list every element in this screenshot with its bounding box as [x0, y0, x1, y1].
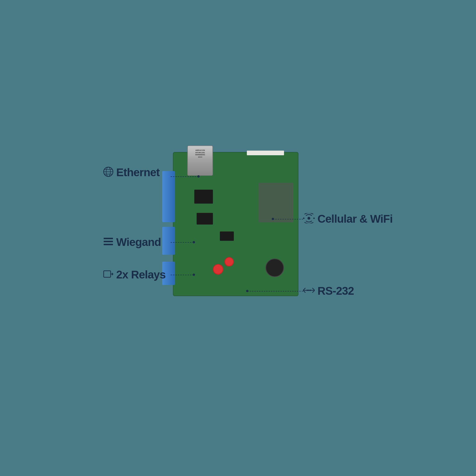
- cellular-wifi-label-group: Cellular & WiFi: [303, 212, 392, 225]
- svg-point-13: [306, 289, 308, 291]
- rs232-dashed-line: [247, 291, 303, 291]
- wiegand-label-group: Wiegand: [103, 236, 161, 248]
- ethernet-jack-label: ABRACON ARJM11B1 009NNEW2 2213: [189, 148, 211, 159]
- rs232-label-group: RS-232: [303, 285, 354, 297]
- wifi-cellular-module: [258, 183, 293, 222]
- wiegand-label-text: Wiegand: [116, 236, 161, 248]
- wiegand-dot: [193, 241, 195, 243]
- pcb-board: ABRACON ARJM11B1 009NNEW2 2213: [173, 152, 298, 296]
- rs232-dot: [246, 290, 248, 292]
- cellular-wifi-dot: [272, 218, 274, 220]
- chip-2: [197, 213, 213, 224]
- relays-dot: [193, 273, 195, 276]
- svg-rect-5: [104, 238, 113, 239]
- svg-point-14: [308, 289, 310, 291]
- rs232-icon: [303, 285, 315, 297]
- inductor: [265, 258, 284, 277]
- chip-1: [194, 190, 213, 204]
- ethernet-jack: ABRACON ARJM11B1 009NNEW2 2213: [187, 146, 213, 176]
- svg-rect-8: [104, 271, 111, 277]
- rs232-label-text: RS-232: [318, 285, 354, 297]
- relays-label-group: 2x Relays: [103, 268, 166, 281]
- svg-rect-7: [104, 244, 113, 245]
- terminal-block-top: [162, 171, 175, 222]
- svg-point-11: [313, 218, 315, 219]
- wiegand-dashed-line: [170, 242, 194, 243]
- wiegand-icon: [103, 236, 113, 248]
- cellular-wifi-dashed-line: [273, 219, 303, 220]
- capacitor-1: [224, 257, 234, 266]
- svg-point-10: [303, 218, 305, 219]
- ethernet-dot: [197, 175, 200, 178]
- ethernet-dashed-line: [170, 176, 199, 177]
- ethernet-icon: [103, 167, 113, 178]
- svg-point-15: [310, 289, 311, 291]
- header-connector: [247, 151, 284, 155]
- chip-3: [220, 232, 234, 241]
- ethernet-label-group: Ethernet: [103, 166, 160, 179]
- svg-point-9: [307, 217, 310, 220]
- relays-icon: [103, 269, 113, 281]
- cellular-wifi-label-text: Cellular & WiFi: [318, 212, 392, 225]
- terminal-block-mid: [162, 227, 175, 255]
- relays-dashed-line: [170, 275, 194, 275]
- ethernet-label-text: Ethernet: [116, 166, 160, 179]
- cellular-wifi-icon: [303, 213, 315, 225]
- relays-label-text: 2x Relays: [116, 268, 166, 281]
- capacitor-2: [213, 264, 223, 274]
- svg-rect-6: [104, 241, 113, 242]
- scene: ABRACON ARJM11B1 009NNEW2 2213 Ethern: [99, 133, 377, 343]
